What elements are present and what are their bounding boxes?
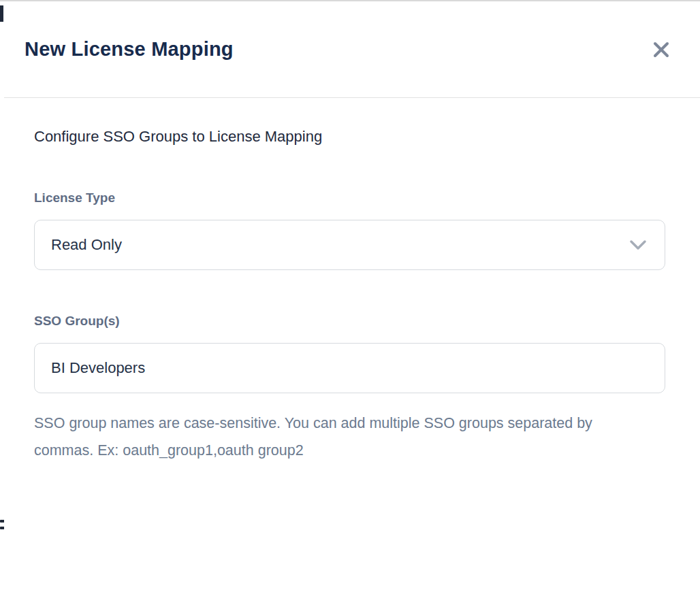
background-sidebar-fragment — [0, 5, 3, 22]
close-icon — [652, 41, 670, 59]
dialog-header: New License Mapping — [4, 1, 700, 98]
sso-groups-field-group: SSO Group(s) SSO group names are case-se… — [34, 314, 669, 464]
license-type-label: License Type — [34, 191, 669, 205]
close-button[interactable] — [650, 38, 673, 61]
sso-groups-help-text: SSO group names are case-sensitive. You … — [34, 410, 620, 464]
page-background: New License Mapping Configure SSO Groups… — [0, 0, 700, 596]
new-license-mapping-dialog: New License Mapping Configure SSO Groups… — [4, 1, 700, 596]
sso-groups-label: SSO Group(s) — [34, 314, 669, 329]
license-type-select[interactable]: Read Only — [34, 220, 665, 270]
license-type-field-group: License Type Read Only — [34, 191, 669, 270]
dialog-body: Configure SSO Groups to License Mapping … — [4, 98, 700, 464]
chevron-down-icon — [629, 239, 647, 251]
dialog-subtitle: Configure SSO Groups to License Mapping — [34, 128, 669, 146]
dialog-title: New License Mapping — [25, 38, 234, 61]
license-type-selected-value: Read Only — [51, 236, 122, 254]
sso-groups-input[interactable] — [34, 343, 665, 393]
